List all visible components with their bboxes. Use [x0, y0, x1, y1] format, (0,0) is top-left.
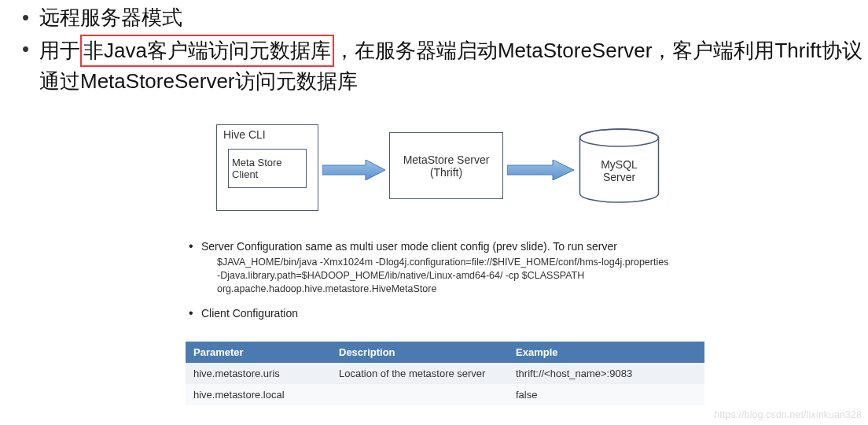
database-icon: MySQL Server	[578, 128, 660, 203]
svg-marker-1	[507, 160, 574, 180]
td-parameter: hive.metastore.uris	[186, 363, 331, 384]
th-example: Example	[508, 342, 704, 363]
th-parameter: Parameter	[186, 342, 331, 363]
mysql-label-2: Server	[578, 171, 660, 183]
mysql-label-1: MySQL	[578, 158, 660, 171]
td-example: false	[508, 384, 704, 405]
bullet-text: 远程服务器模式	[39, 6, 182, 29]
td-description	[331, 384, 508, 405]
client-config-heading: Client Configuration	[186, 307, 728, 320]
th-description: Description	[331, 342, 508, 363]
bullet-list: 远程服务器模式 用于非Java客户端访问元数据库，在服务器端启动MetaStor…	[0, 0, 868, 97]
code-block: $JAVA_HOME/bin/java -Xmx1024m -Dlog4j.co…	[217, 256, 728, 296]
metastore-client-box: Meta Store Client	[228, 149, 307, 188]
code-line: -Djava.library.path=$HADOOP_HOME/lib/nat…	[217, 269, 728, 283]
metastore-server-label-1: MetaStore Server	[403, 153, 490, 166]
td-description: Location of the metastore server	[331, 363, 508, 384]
metastore-server-box: MetaStore Server (Thrift)	[389, 132, 503, 199]
hive-cli-label: Hive CLI	[223, 128, 266, 141]
metastore-server-label-2: (Thrift)	[430, 166, 462, 179]
highlight-box: 非Java客户端访问元数据库	[80, 35, 334, 68]
arrow-icon	[322, 160, 385, 180]
server-config-heading: Server Configuration same as multi user …	[186, 240, 728, 253]
code-line: $JAVA_HOME/bin/java -Xmx1024m -Dlog4j.co…	[217, 256, 728, 269]
svg-marker-0	[322, 160, 385, 180]
bullet-text-pre: 用于	[39, 39, 80, 62]
hive-cli-box: Hive CLI Meta Store Client	[216, 124, 318, 211]
architecture-diagram: Hive CLI Meta Store Client MetaStore Ser…	[216, 116, 688, 235]
metastore-client-label: Meta Store Client	[232, 157, 303, 180]
table-row: hive.metastore.uris Location of the meta…	[186, 363, 704, 384]
code-line: org.apache.hadoop.hive.metastore.HiveMet…	[217, 283, 728, 296]
bullet-item-2: 用于非Java客户端访问元数据库，在服务器端启动MetaStoreServer，…	[22, 35, 868, 97]
arrow-icon	[507, 160, 574, 180]
table-row: hive.metastore.local false	[186, 384, 704, 405]
config-section: Server Configuration same as multi user …	[186, 240, 728, 323]
mysql-label: MySQL Server	[578, 158, 660, 183]
td-parameter: hive.metastore.local	[186, 384, 331, 405]
watermark: https://blog.csdn.net/lixinkuan328	[714, 409, 862, 420]
config-table: Parameter Description Example hive.metas…	[186, 342, 704, 405]
td-example: thrift://<host_name>:9083	[508, 363, 704, 384]
table-header-row: Parameter Description Example	[186, 342, 704, 363]
bullet-item-1: 远程服务器模式	[22, 3, 868, 33]
